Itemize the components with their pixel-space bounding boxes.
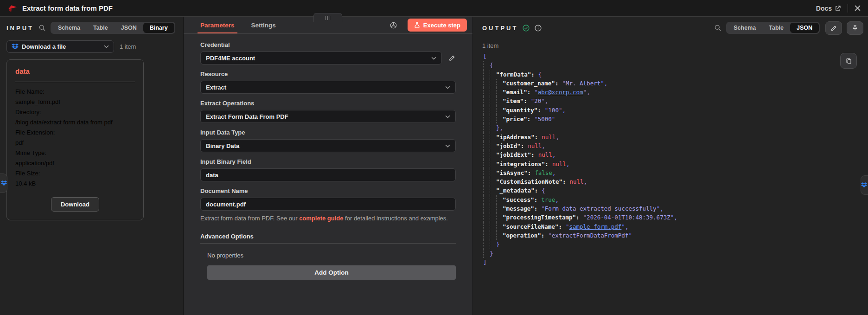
document-name-input[interactable] [200, 198, 456, 211]
no-properties-text: No properties [207, 252, 456, 259]
json-line: "message":"Form data extracted successfu… [483, 204, 868, 213]
extract-operations-value: Extract Form Data From PDF [206, 113, 445, 120]
input-data-type-label: Input Data Type [200, 129, 456, 136]
output-panel: OUTPUT SchemaTableJSON 1 item [473, 17, 868, 315]
input-tab-schema[interactable]: Schema [51, 23, 87, 33]
document-name-label: Document Name [200, 187, 456, 194]
json-line: } [483, 240, 868, 249]
flask-icon [414, 22, 420, 28]
input-panel-title: INPUT [6, 25, 34, 32]
json-line: "operation":"extractFormDataFromPdf" [483, 231, 868, 240]
advanced-options-title: Advanced Options [200, 233, 456, 244]
input-binary-field-label: Input Binary Field [200, 158, 456, 165]
output-tab-table[interactable]: Table [762, 23, 790, 33]
json-line: }, [483, 123, 868, 132]
json-line: "sourceFileName":"sample_form.pdf", [483, 222, 868, 231]
output-tab-schema[interactable]: Schema [727, 23, 762, 33]
input-tab-table[interactable]: Table [87, 23, 115, 33]
json-code[interactable]: [{"formData":{"customer_name":"Mr. Alber… [483, 52, 868, 267]
docs-link[interactable]: Docs [816, 5, 841, 12]
copy-output-button[interactable] [840, 53, 857, 69]
output-items-count: 1 item [482, 42, 868, 49]
json-line: "processingTimestamp":"2026-04-01T10:48:… [483, 213, 868, 222]
info-icon[interactable] [534, 24, 542, 32]
resource-select[interactable]: Extract [200, 81, 456, 94]
json-line: "CustomisationNote":null, [483, 177, 868, 186]
json-line: "_metadata":{ [483, 186, 868, 195]
panel-drag-handle[interactable] [313, 13, 342, 22]
file-info-list: File Name:sample_form.pdfDirectory:/blog… [15, 87, 135, 189]
json-line: "quantity":"100", [483, 106, 868, 115]
input-tabs: SchemaTableJSONBinary [51, 22, 175, 34]
output-panel-title: OUTPUT [482, 25, 518, 32]
dropbox-icon [1, 180, 7, 186]
input-binary-field-input[interactable] [200, 168, 456, 181]
close-icon[interactable] [855, 5, 861, 11]
node-version-icon[interactable] [389, 21, 397, 29]
json-line: "ipAddress":null, [483, 133, 868, 141]
input-tab-binary[interactable]: Binary [143, 23, 174, 33]
file-info-label: Mime Type: [15, 148, 135, 158]
input-tab-json[interactable]: JSON [115, 23, 143, 33]
json-line: "jobId":null, [483, 141, 868, 150]
parameters-panel: Parameters Settings Execute step Credent… [183, 17, 473, 315]
json-line: { [483, 61, 868, 70]
chevron-down-icon [445, 86, 450, 89]
output-tab-json[interactable]: JSON [790, 23, 819, 33]
file-info-label: File Size: [15, 168, 135, 179]
binary-data-card: data File Name:sample_form.pdfDirectory:… [6, 59, 144, 220]
json-line: "item":"20", [483, 96, 868, 105]
success-check-icon [522, 24, 530, 32]
complete-guide-link[interactable]: complete guide [299, 215, 343, 222]
node-title: Extract form data from PDF [22, 4, 113, 12]
helper-suffix: for detailed instructions and examples. [344, 215, 448, 222]
json-line: [ [483, 52, 868, 61]
json-line: ] [483, 258, 868, 267]
json-line: "integrations":null, [483, 160, 868, 168]
binary-field-name: data [15, 67, 135, 75]
chevron-down-icon [431, 57, 436, 60]
file-info-label: File Name: [15, 87, 135, 97]
json-line: "customer_name":"Mr. Albert", [483, 79, 868, 88]
resource-value: Extract [206, 84, 445, 91]
output-search-icon[interactable] [714, 24, 721, 32]
execute-step-button[interactable]: Execute step [408, 19, 467, 32]
json-line: "email":"abc@xcorp.com", [483, 88, 868, 96]
topbar: Extract form data from PDF Docs [0, 0, 868, 17]
dropbox-icon [12, 44, 19, 50]
chevron-down-icon [445, 144, 450, 148]
output-edit-button[interactable] [825, 21, 842, 35]
output-pin-button[interactable] [847, 21, 863, 35]
file-info-value: /blog data/extract form data from pdf [15, 117, 135, 128]
credential-value: PDF4ME account [206, 55, 431, 62]
input-search-icon[interactable] [38, 24, 46, 32]
input-source-select[interactable]: Download a file [6, 40, 114, 53]
tab-parameters[interactable]: Parameters [200, 17, 235, 33]
file-info-value: sample_form.pdf [15, 97, 135, 107]
output-tabs: SchemaTableJSON [726, 22, 820, 34]
external-link-icon [835, 5, 841, 12]
chevron-down-icon [445, 115, 450, 118]
topbar-divider [848, 4, 848, 13]
json-line: "price":"5000" [483, 115, 868, 123]
credential-edit-icon[interactable] [448, 54, 456, 62]
pin-icon [852, 25, 858, 31]
tab-settings[interactable]: Settings [251, 17, 276, 33]
file-info-label: Directory: [15, 107, 135, 117]
input-data-type-value: Binary Data [206, 142, 445, 149]
json-line: "jobIdExt":null, [483, 150, 868, 159]
extract-operations-select[interactable]: Extract Form Data From PDF [200, 110, 456, 123]
chevron-down-icon [104, 45, 109, 48]
json-line: "formData":{ [483, 70, 868, 79]
input-data-type-select[interactable]: Binary Data [200, 139, 456, 152]
output-node-stub[interactable] [861, 175, 868, 195]
input-node-stub[interactable] [0, 174, 7, 193]
json-line: } [483, 249, 868, 258]
add-option-button[interactable]: Add Option [207, 265, 456, 280]
input-items-count: 1 item [120, 43, 136, 50]
download-button[interactable]: Download [51, 197, 99, 212]
file-info-value: application/pdf [15, 158, 135, 168]
copy-icon [845, 58, 852, 64]
file-info-value: 10.4 kB [15, 179, 135, 189]
credential-select[interactable]: PDF4ME account [200, 51, 442, 64]
